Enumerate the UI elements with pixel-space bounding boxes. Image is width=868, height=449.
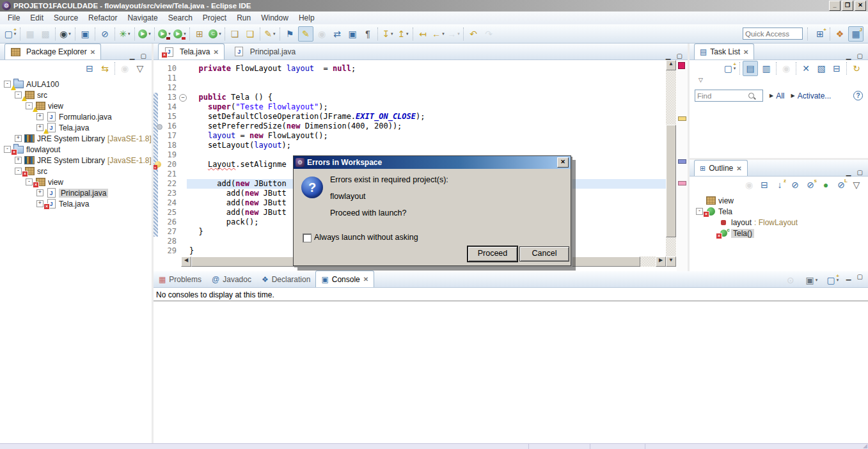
show-scheduled-button[interactable]: ▥ — [759, 61, 773, 75]
quick-access-input[interactable] — [743, 28, 803, 40]
expand-icon[interactable]: + — [15, 157, 22, 164]
window-minimize-button[interactable]: _ — [829, 1, 840, 11]
code-line-12[interactable]: 12 — [154, 83, 666, 93]
show-categorized-button[interactable]: ▤ — [743, 61, 758, 76]
minimize-view-icon[interactable]: ▁ — [846, 169, 851, 176]
tree-item-tela[interactable]: -×Tela — [690, 206, 868, 217]
console-tab-close-icon[interactable]: ✕ — [363, 276, 368, 283]
debug-button[interactable]: ✳▾ — [118, 27, 132, 41]
annotate-pen-button[interactable]: ✎▾ — [263, 27, 277, 41]
error-quickfix-icon[interactable] — [155, 161, 161, 168]
vscroll-up-arrow-icon[interactable]: ▲ — [666, 60, 676, 70]
resize-grip-icon[interactable]: ◢ — [863, 443, 867, 449]
task-list-view-menu-icon[interactable]: ▽ — [690, 77, 868, 86]
code-line-18[interactable]: 18 setLayout(layout); — [154, 141, 666, 150]
maximize-console-icon[interactable]: ▢ — [857, 273, 863, 287]
menu-window[interactable]: Window — [256, 12, 294, 24]
minimize-editor-icon[interactable]: ▁ — [666, 52, 671, 59]
menu-help[interactable]: Help — [294, 12, 320, 24]
fold-collapse-icon[interactable]: − — [179, 94, 187, 102]
collapse-icon[interactable]: - — [4, 146, 11, 153]
dialog-close-button[interactable]: ✕ — [557, 157, 569, 168]
tab-problems[interactable]: ▦Problems — [154, 271, 207, 287]
overview-occurrence-marker[interactable] — [678, 159, 686, 164]
task-list-close-icon[interactable]: ✕ — [743, 49, 748, 56]
window-restore-button[interactable]: ❐ — [842, 1, 853, 11]
collapse-icon[interactable]: - — [26, 178, 33, 185]
tree-item-flowlayout[interactable]: -×flowlayout — [0, 144, 152, 155]
tree-item-view[interactable]: view — [690, 195, 868, 206]
vscroll-down-arrow-icon[interactable]: ▼ — [666, 256, 676, 267]
task-list-tab[interactable]: ▤ Task List ✕ — [694, 43, 754, 59]
tree-item-tela-[interactable]: c×Tela() — [690, 228, 868, 239]
perspective-debug-button[interactable]: ❖ — [833, 27, 847, 41]
link-with-editor-button[interactable]: ⇄ — [330, 27, 344, 41]
open-task-button[interactable]: ⚑ — [283, 27, 297, 41]
tree-item-jre-system-library[interactable]: +JRE System Library[JavaSE-1.8] — [0, 155, 152, 166]
expand-icon[interactable]: + — [36, 124, 43, 131]
code-line-10[interactable]: 10 private FlowLayout layout = null; — [154, 64, 666, 74]
menu-run[interactable]: Run — [232, 12, 256, 24]
last-edit-location-button[interactable]: ↤ — [416, 27, 430, 41]
cancel-button[interactable]: Cancel — [519, 246, 569, 262]
collapse-icon[interactable]: - — [15, 168, 22, 175]
expand-icon[interactable]: + — [36, 113, 43, 120]
new-class-button[interactable]: C▾ — [208, 27, 222, 41]
skip-all-breakpoints-button[interactable]: ⊘ — [98, 27, 112, 41]
tab-javadoc[interactable]: @Javadoc — [207, 271, 256, 287]
perspective-java-button[interactable]: ▦J — [848, 26, 864, 42]
minimize-console-icon[interactable]: ▁ — [846, 273, 851, 287]
code-line-14[interactable]: 14 super("Teste Flowlayout"); — [154, 102, 666, 112]
overview-breakpoint-marker[interactable] — [678, 181, 686, 185]
tab-declaration[interactable]: ❖Declaration — [256, 271, 315, 287]
expand-icon[interactable]: + — [15, 135, 22, 142]
mark-occurrences-button[interactable]: ✎ — [298, 26, 313, 42]
outline-tab[interactable]: ⊞ Outline ✕ — [694, 160, 748, 176]
editor-vscrollbar[interactable]: ▲ ▼ — [666, 60, 676, 267]
tree-item-tela-java[interactable]: +J×Tela.java — [0, 198, 152, 209]
previous-annotation-button[interactable]: ↥▾ — [396, 27, 410, 41]
tree-item-layout[interactable]: layout: FlowLayout — [690, 217, 868, 228]
vscroll-thumb[interactable] — [666, 125, 676, 237]
expand-icon[interactable]: + — [36, 200, 43, 207]
menu-file[interactable]: File — [3, 12, 25, 24]
scope-arrow-icon[interactable]: ▶ — [769, 93, 773, 98]
tree-item-principal-java[interactable]: +JPrincipal.java — [0, 187, 152, 198]
collapse-icon[interactable]: - — [15, 91, 22, 98]
maximize-view-icon[interactable]: ▢ — [857, 52, 863, 59]
editor-tab-tela-java[interactable]: J×Tela.java✕ — [158, 43, 225, 59]
menu-refactor[interactable]: Refactor — [83, 12, 122, 24]
maximize-editor-icon[interactable]: ▢ — [677, 52, 683, 59]
hide-fields-button[interactable]: ⊘ — [788, 178, 802, 192]
maximize-view-icon[interactable]: ▢ — [141, 52, 146, 59]
collapse-all-button[interactable]: ⊟ — [830, 61, 844, 75]
editor-tab-close-icon[interactable]: ✕ — [213, 49, 218, 56]
code-line-11[interactable]: 11 — [154, 74, 666, 83]
overview-ruler[interactable] — [677, 60, 688, 271]
link-with-editor-button[interactable]: ⇆ — [98, 61, 112, 75]
next-annotation-button[interactable]: ↧▾ — [381, 27, 395, 41]
tree-item-jre-system-library[interactable]: +JRE System Library[JavaSE-1.8] — [0, 133, 152, 144]
collapse-all-button[interactable]: ⊟ — [83, 61, 97, 75]
open-console-button[interactable]: ▢+▾ — [826, 273, 840, 287]
tree-item-src[interactable]: -×src — [0, 166, 152, 177]
tree-item-src[interactable]: -src — [0, 90, 152, 100]
hide-static-members-button[interactable]: ⊘s — [803, 178, 817, 192]
activate-task-link[interactable]: Activate... — [798, 91, 832, 100]
menu-navigate[interactable]: Navigate — [122, 12, 162, 24]
view-menu-button[interactable]: ▽ — [133, 61, 147, 75]
overview-error-marker[interactable] — [678, 62, 685, 69]
find-scope-all-link[interactable]: All — [776, 91, 784, 100]
new-wizard-button[interactable]: ▢+▾ — [3, 27, 17, 41]
tree-item-view[interactable]: -view — [0, 100, 152, 111]
menu-search[interactable]: Search — [163, 12, 198, 24]
package-explorer-close-icon[interactable]: ✕ — [90, 49, 95, 56]
profile-button[interactable]: ▶▾ — [173, 27, 187, 41]
new-java-project-button[interactable]: ⊞ — [193, 27, 207, 41]
hide-local-types-button[interactable]: ⊘L — [834, 178, 848, 192]
synchronize-button[interactable]: ↻ — [849, 61, 864, 75]
menu-source[interactable]: Source — [49, 12, 83, 24]
proceed-button[interactable]: Proceed — [468, 246, 517, 262]
hscroll-right-arrow-icon[interactable]: ▶ — [656, 256, 666, 267]
hscroll-left-arrow-icon[interactable]: ◀ — [181, 256, 191, 267]
